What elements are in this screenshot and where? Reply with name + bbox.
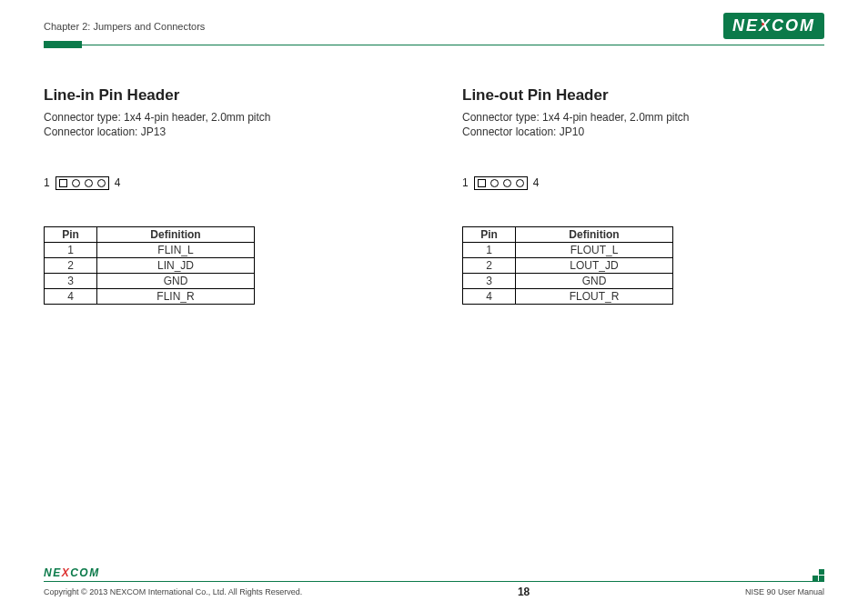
- chapter-title: Chapter 2: Jumpers and Connectors: [44, 21, 205, 32]
- table-row: 1 FLIN_L: [45, 242, 255, 257]
- table-row: 1 FLOUT_L: [463, 242, 673, 257]
- th-def: Definition: [516, 226, 673, 242]
- footer-squares-icon: [812, 569, 824, 581]
- pin-table-left: Pin Definition 1 FLIN_L 2 LIN_JD 3: [44, 226, 255, 305]
- pin-table-right: Pin Definition 1 FLOUT_L 2 LOUT_JD 3: [462, 226, 673, 305]
- pin-end-right: 4: [533, 176, 540, 189]
- th-pin: Pin: [45, 226, 97, 242]
- manual-name: NISE 90 User Manual: [745, 587, 824, 596]
- pin-circle-icon: [490, 179, 499, 187]
- pin-start-left: 1: [44, 176, 50, 189]
- conn-loc-left: Connector location: JP13: [44, 125, 389, 139]
- pin-end-left: 4: [115, 176, 121, 189]
- pin-circle-icon: [97, 179, 106, 187]
- pin1-square-icon: [59, 179, 67, 187]
- pin-circle-icon: [516, 179, 524, 187]
- page-number: 18: [518, 586, 530, 598]
- table-row: 4 FLOUT_R: [463, 288, 673, 304]
- pin-circle-icon: [72, 179, 80, 187]
- table-row: 3 GND: [45, 273, 255, 288]
- table-row: 2 LOUT_JD: [463, 257, 673, 273]
- section-title-lineout: Line-out Pin Header: [462, 86, 808, 105]
- pin-diagram-right: 1 4: [462, 176, 539, 190]
- pin1-square-icon: [478, 179, 486, 187]
- header-rule: [44, 41, 824, 48]
- copyright-text: Copyright © 2013 NEXCOM International Co…: [44, 587, 302, 596]
- pin-circle-icon: [503, 179, 511, 187]
- conn-type-right: Connector type: 1x4 4-pin header, 2.0mm …: [462, 110, 808, 125]
- table-row: 3 GND: [463, 273, 673, 288]
- footer-rule: [44, 581, 824, 582]
- th-pin: Pin: [463, 226, 516, 242]
- table-row: 2 LIN_JD: [45, 257, 255, 273]
- pin-start-right: 1: [462, 176, 469, 189]
- section-title-linein: Line-in Pin Header: [44, 86, 389, 105]
- brand-logo: NEXCOM: [723, 16, 824, 35]
- pin-circle-icon: [85, 179, 93, 187]
- footer-brand-logo: NEXCOM: [44, 566, 100, 581]
- pin-diagram-left: 1 4: [44, 176, 120, 190]
- conn-loc-right: Connector location: JP10: [462, 125, 808, 139]
- th-def: Definition: [97, 226, 255, 242]
- table-row: 4 FLIN_R: [45, 288, 255, 304]
- conn-type-left: Connector type: 1x4 4-pin header, 2.0mm …: [44, 110, 389, 125]
